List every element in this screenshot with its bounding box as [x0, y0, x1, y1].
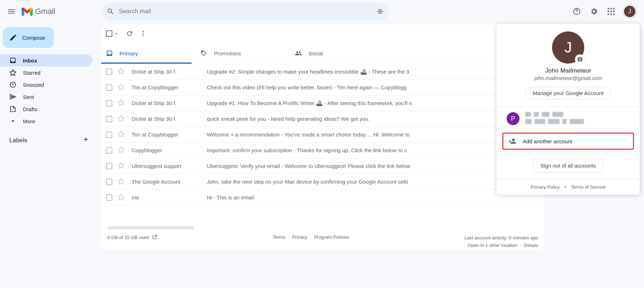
- sidebar-item-drafts[interactable]: Drafts: [0, 103, 92, 115]
- privacy-policy-link[interactable]: Privacy Policy: [531, 184, 560, 190]
- program-policies-link[interactable]: Program Policies: [314, 234, 349, 240]
- tab-label: Social: [308, 50, 323, 56]
- tab-primary[interactable]: Primary: [101, 43, 195, 64]
- tab-promotions[interactable]: Promotions: [195, 43, 290, 64]
- star-button[interactable]: [117, 68, 125, 76]
- search-input[interactable]: [119, 8, 376, 15]
- main-menu-button[interactable]: [3, 3, 20, 20]
- signout-button[interactable]: Sign out of all accounts: [533, 159, 603, 173]
- email-row[interactable]: Tim at CopybloggerCheck out this video (…: [101, 80, 545, 95]
- select-all-checkbox[interactable]: [106, 30, 112, 37]
- add-account-label: Add another account: [523, 138, 572, 144]
- separator: ·: [310, 234, 312, 240]
- svg-point-5: [608, 8, 609, 9]
- email-row[interactable]: Dickie at Ship 30 f.Upgrade #1: How To B…: [101, 95, 545, 111]
- header: Gmail J: [0, 0, 644, 23]
- email-row[interactable]: CopybloggerImportant: confirm your subsc…: [101, 143, 545, 158]
- email-row[interactable]: Dickie at Ship 30 f.quick sneak peek for…: [101, 111, 545, 127]
- apps-grid-icon: [608, 8, 615, 15]
- labels-header: Labels: [0, 136, 97, 145]
- inbox-icon: [9, 57, 16, 64]
- star-button[interactable]: [117, 162, 125, 170]
- main-panel: Primary Promotions Social Dickie at Ship…: [101, 24, 545, 249]
- star-button[interactable]: [117, 83, 125, 91]
- email-row[interactable]: The Google Account .John, take the next …: [101, 174, 545, 190]
- star-button[interactable]: [117, 178, 125, 186]
- email-row[interactable]: meHi - This is an email.: [101, 190, 545, 205]
- more-actions-button[interactable]: [140, 26, 147, 41]
- svg-point-13: [613, 14, 615, 15]
- svg-point-0: [379, 9, 380, 11]
- row-checkbox[interactable]: [106, 84, 112, 91]
- account-email: john.mailmeteor@gmail.com: [497, 75, 640, 81]
- open-in-line: Open in 1 other location: [468, 243, 517, 248]
- support-button[interactable]: [570, 4, 584, 19]
- account-avatar-button[interactable]: J: [623, 4, 637, 19]
- sidebar-item-sent[interactable]: Sent: [0, 91, 92, 103]
- person-add-icon: [508, 137, 516, 145]
- clock-icon: [9, 81, 16, 88]
- chevron-down-icon: [9, 118, 16, 125]
- search-bar[interactable]: [102, 3, 389, 20]
- privacy-link[interactable]: Privacy: [292, 234, 307, 240]
- star-button[interactable]: [117, 115, 125, 123]
- email-sender: me: [132, 194, 207, 200]
- settings-button[interactable]: [587, 4, 601, 19]
- change-avatar-button[interactable]: [575, 54, 585, 64]
- email-subject-line: Upgrade #1: How To Become A Prolific Wri…: [207, 100, 412, 106]
- google-apps-button[interactable]: [604, 4, 618, 19]
- star-button[interactable]: [117, 130, 125, 139]
- separator: ·: [520, 243, 521, 248]
- details-link[interactable]: Details: [524, 243, 538, 248]
- sidebar-item-label: Inbox: [23, 58, 37, 64]
- star-button[interactable]: [117, 193, 125, 202]
- svg-point-15: [142, 31, 143, 32]
- row-checkbox[interactable]: [106, 194, 112, 201]
- sidebar-item-snoozed[interactable]: Snoozed: [0, 79, 92, 91]
- svg-point-8: [608, 11, 609, 12]
- separator: [497, 152, 640, 152]
- tab-social[interactable]: Social: [290, 43, 384, 64]
- manage-account-button[interactable]: Manage your Google Account: [525, 87, 611, 99]
- people-icon: [295, 50, 302, 57]
- email-row[interactable]: Ubersuggest supportUbersuggest: Verify y…: [101, 158, 545, 174]
- chevron-down-icon[interactable]: [114, 31, 119, 36]
- row-checkbox[interactable]: [106, 100, 112, 106]
- svg-point-10: [613, 11, 615, 12]
- gmail-logo[interactable]: Gmail: [21, 7, 55, 16]
- sidebar-item-more[interactable]: More: [0, 115, 92, 127]
- plus-icon: [82, 136, 89, 143]
- email-sender: Ubersuggest support: [132, 163, 207, 169]
- email-row[interactable]: Tim at CopybloggerWelcome + a recommenda…: [101, 127, 545, 143]
- svg-point-1: [381, 11, 382, 12]
- row-checkbox[interactable]: [106, 163, 112, 169]
- refresh-button[interactable]: [126, 26, 133, 41]
- terms-of-service-link[interactable]: Terms of Service: [571, 184, 606, 190]
- help-icon: [572, 7, 581, 16]
- email-row[interactable]: Dickie at Ship 30 f.Upgrade #2: Simple c…: [101, 64, 545, 80]
- star-button[interactable]: [117, 146, 125, 154]
- header-left-section: Gmail: [3, 3, 99, 20]
- row-checkbox[interactable]: [106, 131, 112, 138]
- sidebar-item-inbox[interactable]: Inbox: [0, 54, 92, 66]
- terms-link[interactable]: Terms: [273, 234, 285, 240]
- search-options-icon[interactable]: [376, 8, 384, 15]
- bullet: •: [565, 184, 566, 190]
- horizontal-scrollbar[interactable]: [107, 226, 194, 229]
- add-label-button[interactable]: [82, 136, 89, 145]
- row-checkbox[interactable]: [106, 69, 112, 75]
- row-checkbox[interactable]: [106, 179, 112, 185]
- other-account-row[interactable]: P: [497, 107, 640, 130]
- compose-button[interactable]: Compose: [3, 27, 54, 48]
- nav-list: Inbox Starred Snoozed Sent Drafts More: [0, 54, 97, 127]
- account-popover: J John Mailmeteor john.mailmeteor@gmail.…: [497, 24, 640, 195]
- select-all-control[interactable]: [106, 30, 119, 37]
- row-checkbox[interactable]: [106, 147, 112, 154]
- sidebar-item-starred[interactable]: Starred: [0, 66, 92, 79]
- email-sender: Copyblogger: [132, 147, 207, 153]
- gmail-logo-text: Gmail: [35, 7, 55, 16]
- row-checkbox[interactable]: [106, 116, 112, 122]
- open-link-icon[interactable]: [152, 234, 157, 240]
- add-another-account-button[interactable]: Add another account: [502, 133, 634, 150]
- star-button[interactable]: [117, 99, 125, 107]
